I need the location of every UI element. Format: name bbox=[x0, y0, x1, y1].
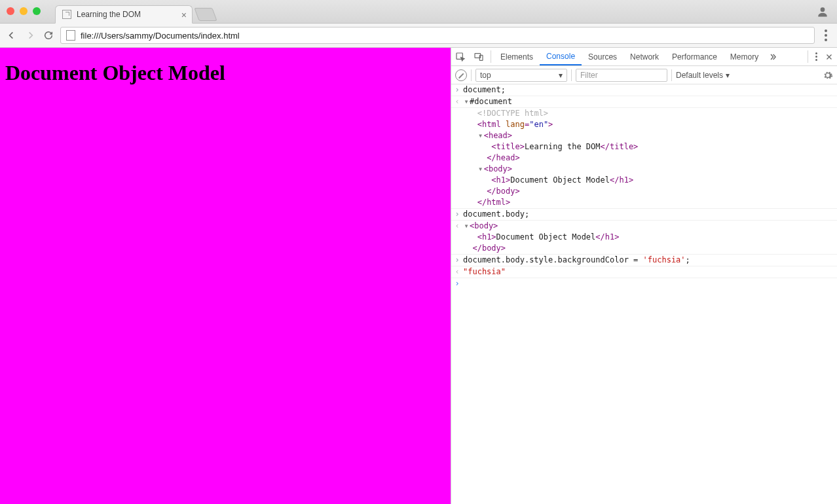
file-icon bbox=[66, 30, 75, 41]
console-command: document.body; bbox=[463, 209, 837, 219]
tab-network[interactable]: Network bbox=[623, 48, 665, 65]
devtools-panel: Elements Console Sources Network Perform… bbox=[451, 48, 837, 504]
chevron-down-icon: ▾ bbox=[726, 71, 730, 80]
profile-icon[interactable] bbox=[816, 5, 829, 18]
context-selector[interactable]: top ▾ bbox=[475, 69, 567, 82]
log-levels-selector[interactable]: Default levels ▾ bbox=[676, 71, 730, 80]
tabs-overflow-button[interactable] bbox=[765, 48, 781, 65]
inspect-element-button[interactable] bbox=[451, 48, 470, 65]
console-output-row: ‹ "fuchsia" bbox=[451, 266, 837, 278]
url-text: file:///Users/sammy/Documents/index.html bbox=[81, 31, 240, 41]
console-command: document; bbox=[463, 85, 837, 95]
output-chevron-icon: ‹ bbox=[451, 97, 463, 107]
filter-placeholder: Filter bbox=[580, 71, 598, 80]
zoom-window-button[interactable] bbox=[33, 7, 41, 15]
console-command: document.body.style.backgroundColor = 'f… bbox=[463, 255, 837, 265]
console-result: ▾#document bbox=[463, 97, 837, 107]
tab-elements[interactable]: Elements bbox=[494, 48, 540, 65]
file-icon bbox=[62, 10, 71, 19]
console-input-row: › document.body.style.backgroundColor = … bbox=[451, 255, 837, 266]
output-chevron-icon: ‹ bbox=[451, 221, 463, 231]
window-controls bbox=[7, 7, 41, 15]
tab-sources[interactable]: Sources bbox=[582, 48, 623, 65]
expand-arrow-icon[interactable]: ▾ bbox=[463, 97, 470, 107]
browser-window: Learning the DOM × file:///Users/sammy/D… bbox=[0, 0, 837, 504]
browser-tab[interactable]: Learning the DOM × bbox=[55, 5, 193, 24]
devtools-tabstrip: Elements Console Sources Network Perform… bbox=[451, 48, 837, 66]
filter-input[interactable]: Filter bbox=[576, 69, 667, 82]
expand-arrow-icon[interactable]: ▾ bbox=[477, 164, 484, 174]
page-viewport: Document Object Model bbox=[0, 48, 451, 504]
close-window-button[interactable] bbox=[7, 7, 14, 15]
chevron-down-icon: ▾ bbox=[559, 71, 563, 80]
titlebar: Learning the DOM × bbox=[0, 0, 837, 24]
console-input-row: › document.body; bbox=[451, 209, 837, 221]
browser-menu-button[interactable] bbox=[820, 28, 832, 43]
close-tab-button[interactable]: × bbox=[181, 10, 187, 20]
console-output[interactable]: › document; ‹ ▾#document <!DOCTYPE html>… bbox=[451, 84, 837, 504]
console-prompt[interactable] bbox=[463, 279, 837, 289]
svg-point-0 bbox=[821, 7, 825, 12]
tab-performance[interactable]: Performance bbox=[665, 48, 724, 65]
console-toolbar: top ▾ Filter Default levels ▾ bbox=[451, 66, 837, 84]
tab-title: Learning the DOM bbox=[77, 10, 141, 19]
devtools-close-button[interactable] bbox=[821, 48, 837, 65]
device-toolbar-button[interactable] bbox=[470, 48, 488, 65]
console-settings-button[interactable] bbox=[823, 70, 833, 81]
console-prompt-row[interactable]: › bbox=[451, 278, 837, 289]
clear-console-button[interactable] bbox=[455, 69, 467, 81]
reload-button[interactable] bbox=[42, 29, 55, 42]
console-input-row: › document; bbox=[451, 84, 837, 96]
minimize-window-button[interactable] bbox=[20, 7, 28, 15]
input-chevron-icon: › bbox=[451, 255, 463, 265]
new-tab-button[interactable] bbox=[194, 8, 217, 21]
address-bar: file:///Users/sammy/Documents/index.html bbox=[0, 24, 837, 48]
content-split: Document Object Model Elements Console S… bbox=[0, 48, 837, 504]
console-output-row: ‹ ▾#document bbox=[451, 96, 837, 108]
forward-button[interactable] bbox=[24, 29, 37, 42]
expand-arrow-icon[interactable]: ▾ bbox=[477, 131, 484, 141]
context-label: top bbox=[480, 71, 491, 80]
output-chevron-icon: ‹ bbox=[451, 267, 463, 277]
devtools-menu-button[interactable] bbox=[811, 48, 821, 65]
input-chevron-icon: › bbox=[451, 209, 463, 219]
tab-console[interactable]: Console bbox=[540, 48, 582, 65]
page-heading: Document Object Model bbox=[5, 61, 445, 85]
console-output-row: ‹ ▾<body> bbox=[451, 221, 837, 232]
url-input[interactable]: file:///Users/sammy/Documents/index.html bbox=[60, 27, 815, 44]
input-chevron-icon: › bbox=[451, 85, 463, 95]
expand-arrow-icon[interactable]: ▾ bbox=[463, 221, 470, 231]
tab-memory[interactable]: Memory bbox=[724, 48, 765, 65]
back-button[interactable] bbox=[5, 29, 18, 42]
prompt-chevron-icon: › bbox=[451, 279, 463, 289]
